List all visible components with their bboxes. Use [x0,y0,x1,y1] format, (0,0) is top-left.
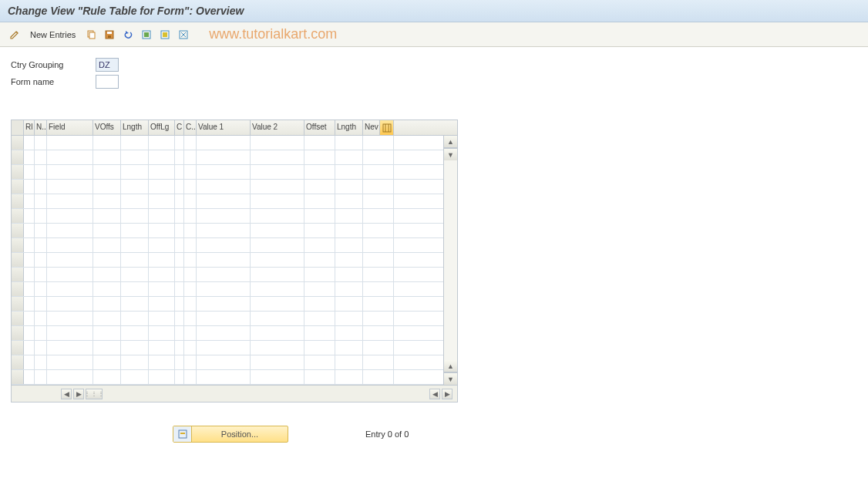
grid-cell[interactable] [197,312,251,325]
column-header-value2[interactable]: Value 2 [251,120,304,135]
grid-cell[interactable] [197,224,251,237]
grid-cell[interactable] [335,194,363,208]
grid-cell[interactable] [184,238,197,252]
grid-cell[interactable] [93,238,121,252]
save-button[interactable] [101,26,118,43]
grid-cell[interactable] [335,209,363,223]
grid-cell[interactable] [47,268,93,281]
grid-cell[interactable] [304,253,335,267]
column-header-offlg[interactable]: OffLg [149,120,175,135]
grid-cell[interactable] [363,165,394,179]
grid-cell[interactable] [184,180,197,194]
grid-cell[interactable] [251,150,304,164]
grid-cell[interactable] [251,355,304,369]
grid-cell[interactable] [335,370,363,384]
grid-cell[interactable] [149,370,175,384]
grid-cell[interactable] [197,297,251,311]
grid-cell[interactable] [149,326,175,340]
grid-cell[interactable] [121,253,149,267]
scroll-right-button[interactable]: ▶ [73,389,84,399]
grid-cell[interactable] [251,370,304,384]
vertical-scrollbar[interactable]: ▲ ▼ ▲ ▼ [443,136,457,385]
grid-cell[interactable] [121,165,149,179]
column-header-selector[interactable] [12,120,24,135]
grid-cell[interactable] [304,180,335,194]
grid-cell[interactable] [335,312,363,325]
row-selector[interactable] [12,282,24,296]
grid-cell[interactable] [47,355,93,369]
grid-cell[interactable] [304,238,335,252]
grid-cell[interactable] [197,136,251,150]
grid-cell[interactable] [363,268,394,281]
grid-cell[interactable] [304,209,335,223]
grid-cell[interactable] [363,253,394,267]
scroll-left-button[interactable]: ◀ [61,389,72,399]
grid-cell[interactable] [121,355,149,369]
grid-cell[interactable] [304,282,335,296]
grid-cell[interactable] [363,224,394,237]
grid-cell[interactable] [175,136,184,150]
grid-cell[interactable] [197,209,251,223]
grid-cell[interactable] [175,282,184,296]
grid-cell[interactable] [47,136,93,150]
grid-cell[interactable] [184,370,197,384]
grid-cell[interactable] [175,268,184,281]
column-drag-handle[interactable]: ⋮⋮⋮ [86,389,103,399]
grid-cell[interactable] [335,341,363,355]
grid-cell[interactable] [93,209,121,223]
grid-cell[interactable] [304,268,335,281]
toggle-edit-button[interactable] [6,26,23,43]
grid-cell[interactable] [35,224,47,237]
grid-cell[interactable] [184,253,197,267]
grid-cell[interactable] [47,370,93,384]
column-header-c1[interactable]: C [175,120,184,135]
grid-cell[interactable] [93,370,121,384]
grid-cell[interactable] [149,282,175,296]
grid-cell[interactable] [93,355,121,369]
grid-cell[interactable] [93,165,121,179]
grid-cell[interactable] [363,150,394,164]
column-header-n[interactable]: N.. [35,120,47,135]
grid-cell[interactable] [35,326,47,340]
grid-cell[interactable] [304,165,335,179]
grid-cell[interactable] [335,136,363,150]
grid-cell[interactable] [251,282,304,296]
grid-cell[interactable] [184,282,197,296]
configure-columns-button[interactable] [380,120,394,135]
scroll-right-end-button[interactable]: ▶ [442,389,453,399]
grid-cell[interactable] [304,224,335,237]
grid-cell[interactable] [24,312,35,325]
grid-cell[interactable] [175,312,184,325]
grid-cell[interactable] [184,209,197,223]
grid-cell[interactable] [251,297,304,311]
grid-cell[interactable] [93,312,121,325]
grid-cell[interactable] [304,297,335,311]
grid-cell[interactable] [35,238,47,252]
grid-cell[interactable] [197,341,251,355]
grid-cell[interactable] [93,253,121,267]
grid-cell[interactable] [35,355,47,369]
grid-cell[interactable] [304,355,335,369]
scroll-left-end-button[interactable]: ◀ [429,389,440,399]
grid-cell[interactable] [184,150,197,164]
grid-cell[interactable] [363,136,394,150]
grid-cell[interactable] [251,326,304,340]
grid-cell[interactable] [47,282,93,296]
grid-cell[interactable] [35,165,47,179]
grid-cell[interactable] [35,253,47,267]
grid-cell[interactable] [149,341,175,355]
grid-cell[interactable] [363,355,394,369]
grid-cell[interactable] [47,312,93,325]
grid-cell[interactable] [121,268,149,281]
grid-cell[interactable] [24,282,35,296]
grid-cell[interactable] [121,341,149,355]
new-entries-button[interactable]: New Entries [25,26,81,43]
grid-cell[interactable] [363,312,394,325]
grid-cell[interactable] [47,165,93,179]
grid-cell[interactable] [175,370,184,384]
grid-cell[interactable] [197,268,251,281]
grid-cell[interactable] [149,253,175,267]
row-selector[interactable] [12,312,24,325]
grid-cell[interactable] [184,165,197,179]
row-selector[interactable] [12,165,24,179]
